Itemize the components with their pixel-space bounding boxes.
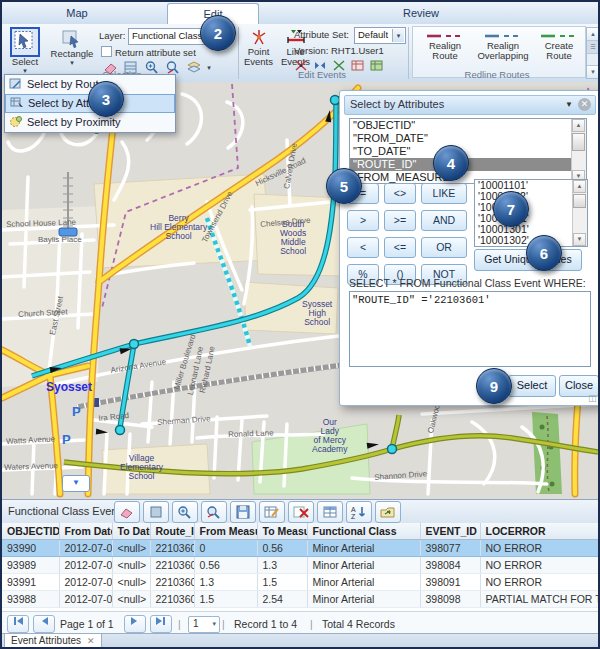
page-text: Page 1 of 1	[60, 618, 114, 630]
column-options-button[interactable]	[317, 501, 343, 523]
column-header-event_id[interactable]: EVENT_ID	[420, 523, 480, 540]
operator-button-AND[interactable]: AND	[421, 210, 467, 231]
operator-button-<>[interactable]: <>	[384, 183, 416, 204]
svg-text:A: A	[351, 506, 356, 513]
callout-6: 6	[526, 235, 562, 271]
scroll-thumb	[572, 133, 585, 151]
operator-button-LIKE[interactable]: LIKE	[421, 183, 467, 204]
attribute-set-combobox[interactable]: Default▾	[354, 27, 406, 44]
column-header-to-measure[interactable]: To Measure	[257, 523, 307, 540]
select-rectangle-icon	[147, 505, 165, 519]
table-toolbar: Functional Class Event AZ	[2, 500, 598, 524]
prev-page-button[interactable]	[33, 615, 55, 633]
edit-events-group-label: Edit Events	[262, 69, 382, 80]
delete-icon	[292, 505, 310, 519]
column-header-functional-class[interactable]: Functional Class	[307, 523, 420, 540]
close-icon[interactable]: ✕	[578, 98, 591, 111]
scroll-up-icon[interactable]: ▲	[587, 28, 599, 41]
callout-4: 4	[433, 145, 469, 181]
column-header-from-date[interactable]: From Date	[59, 523, 112, 540]
column-header-to-date[interactable]: To Date	[112, 523, 150, 540]
operator-button-<=[interactable]: <=	[384, 237, 416, 258]
select-cursor-icon	[10, 27, 40, 57]
clear-selection-button[interactable]	[114, 501, 140, 523]
table-row[interactable]: 939912012-07-05<null>221036011.31.5Minor…	[2, 574, 600, 591]
attribute-table: OBJECTIDFrom DateTo DateRoute_IDFrom Mea…	[2, 523, 600, 608]
callout-5: 5	[326, 168, 362, 204]
column-header-route_id[interactable]: Route_ID	[150, 523, 194, 540]
scroll-down-icon: ▼	[573, 233, 586, 246]
chevron-down-icon: ▾	[212, 617, 216, 631]
chevron-down-icon[interactable]: ▾	[207, 64, 211, 71]
callout-7: 7	[493, 191, 529, 227]
column-header-objectid[interactable]: OBJECTID	[2, 523, 59, 540]
first-page-button[interactable]	[7, 615, 29, 633]
column-header-from-measure[interactable]: From Measure	[194, 523, 257, 540]
layers-icon[interactable]	[186, 60, 202, 75]
total-records-text: Total 4 Records	[322, 618, 395, 630]
rectangle-button[interactable]: Rectangle ▾	[48, 29, 96, 67]
edit-attributes-button[interactable]	[259, 501, 285, 523]
operator-button-OR[interactable]: OR	[421, 237, 467, 258]
table-row[interactable]: 939892012-07-05<null>221036010.561.3Mino…	[2, 557, 600, 574]
scroll-thumb[interactable]: ☰	[587, 41, 599, 54]
chevron-down-icon: ▾	[392, 29, 404, 42]
last-page-button[interactable]	[150, 615, 172, 633]
field-item[interactable]: "FROM_DATE"	[350, 132, 572, 145]
attribute-set-label: Attribute Set:	[294, 29, 349, 40]
return-attribute-set-checkbox[interactable]: Return attribute set	[101, 46, 196, 58]
chevron-down-icon: ▾	[70, 59, 74, 67]
point-events-button[interactable]: Point Events	[241, 28, 276, 68]
callout-9: 9	[476, 368, 512, 404]
chevron-down-icon[interactable]: ▼	[565, 96, 573, 113]
menu-item-select-by-proximity[interactable]: Select by Proximity	[5, 113, 175, 132]
fields-scrollbar[interactable]: ▲ ▼	[571, 119, 586, 183]
dialog-header[interactable]: Select by Attributes ▼ ✕	[344, 95, 596, 115]
bottom-tabbar: Event Attributes✕	[2, 633, 598, 649]
select-button[interactable]: Select ▾	[6, 27, 44, 75]
next-page-button[interactable]	[124, 615, 146, 633]
values-scrollbar[interactable]: ▲ ▼	[572, 180, 587, 246]
redline-create-route-button[interactable]: Create Route	[536, 31, 582, 62]
page-select[interactable]: 1▾	[188, 616, 220, 633]
close-icon[interactable]: ✕	[87, 636, 95, 646]
scroll-down-icon[interactable]: ▼	[587, 65, 599, 78]
open-window-button[interactable]	[375, 501, 401, 523]
values-list[interactable]: '10001101''10001102''10001103''10001201'…	[474, 179, 588, 247]
ribbon-scrollbar[interactable]: ▲ ☰ ▼	[586, 27, 600, 79]
select-records-button[interactable]	[143, 501, 169, 523]
resize-grip[interactable]: ◫	[588, 393, 598, 403]
first-page-icon	[12, 616, 24, 626]
checkbox-icon	[101, 46, 112, 57]
table-row[interactable]: 939902012-07-05<null>2210360100.56Minor …	[2, 540, 600, 557]
tab-event-attributes[interactable]: Event Attributes✕	[4, 634, 102, 649]
column-header-locerror[interactable]: LOCERROR	[480, 523, 600, 540]
pan-to-selected-button[interactable]	[201, 501, 227, 523]
save-button[interactable]	[230, 501, 256, 523]
fields-list[interactable]: "OBJECTID""FROM_DATE""TO_DATE""ROUTE_ID"…	[349, 118, 587, 184]
table-row[interactable]: 939882012-07-05<null>221036011.52.54Mino…	[2, 591, 600, 608]
table-icon	[321, 505, 339, 519]
where-clause-input[interactable]: "ROUTE_ID" ='22103601'	[349, 291, 591, 367]
last-page-icon	[155, 616, 167, 626]
select-query-button[interactable]: Select	[508, 375, 556, 397]
operator-button->=[interactable]: >=	[384, 210, 416, 231]
edit-attributes-icon	[263, 505, 281, 519]
zoom-to-selected-button[interactable]	[172, 501, 198, 523]
tab-review[interactable]: Review	[377, 4, 465, 23]
scroll-up-icon: ▲	[573, 180, 586, 193]
table-panel-title: Functional Class Event	[8, 505, 121, 517]
delete-record-button[interactable]	[288, 501, 314, 523]
field-item[interactable]: "OBJECTID"	[350, 119, 572, 132]
operator-button-<[interactable]: <	[347, 237, 379, 258]
tab-map[interactable]: Map	[42, 4, 112, 23]
sort-button[interactable]: AZ	[346, 501, 372, 523]
map-dropdown-marker[interactable]: ▼	[62, 475, 90, 492]
where-clause-label: SELECT * FROM Functional Class Event WHE…	[349, 277, 586, 289]
eraser-icon	[118, 505, 136, 519]
next-page-icon	[130, 616, 140, 626]
operator-button->[interactable]: >	[347, 210, 379, 231]
redline-realign-overlapping-button[interactable]: Realign Overlapping	[472, 31, 534, 62]
redline-realign-route-button[interactable]: Realign Route	[420, 31, 470, 62]
version-text: Version: RHT1.User1	[294, 45, 384, 56]
